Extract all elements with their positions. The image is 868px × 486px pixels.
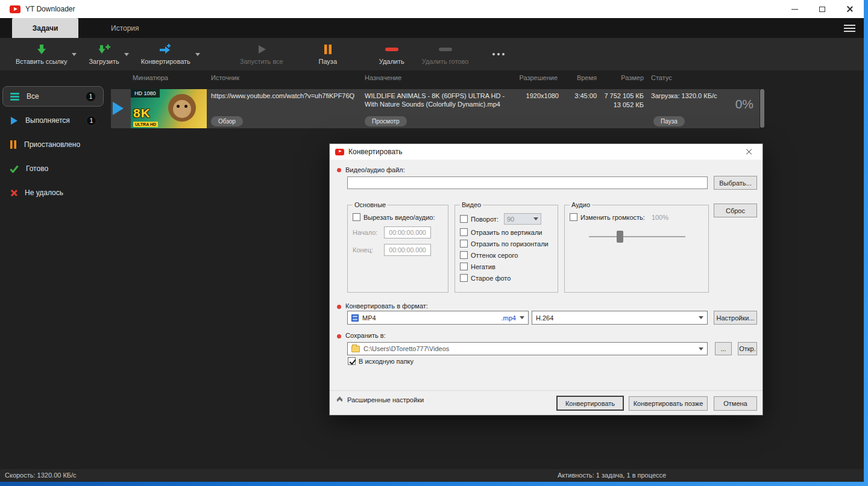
volume-checkbox[interactable]: [570, 213, 577, 221]
group-audio: Аудио Изменить громкость: 100%: [564, 201, 709, 293]
delete-button[interactable]: Удалить: [374, 43, 410, 65]
settings-button[interactable]: Настройки...: [714, 311, 757, 325]
checkbox-checked-icon: [348, 357, 356, 365]
reset-button[interactable]: Сброс: [714, 204, 757, 217]
open-folder-button[interactable]: Откр.: [738, 342, 757, 355]
dialog-title-bar[interactable]: Конвертировать: [330, 144, 763, 160]
convert-button[interactable]: Конвертировать: [137, 43, 194, 65]
same-folder-checkbox[interactable]: В исходную папку: [348, 357, 414, 365]
row-play-icon[interactable]: [113, 102, 124, 115]
rotate-row: Поворот: 90: [460, 213, 553, 225]
format-select[interactable]: MP4 .mp4: [347, 311, 529, 325]
more-icon[interactable]: [492, 53, 505, 55]
8k-label: 8K: [133, 106, 151, 120]
rotate-label: Поворот:: [471, 216, 498, 223]
sidebar-item-paused[interactable]: Приостановлено: [2, 134, 104, 155]
paste-link-dropdown-icon[interactable]: [72, 53, 77, 56]
list-icon: [10, 93, 19, 101]
save-path-select[interactable]: C:\Users\DToretto777\Videos: [347, 342, 708, 355]
folder-icon: [351, 346, 360, 352]
format-label: Конвертировать в формат:: [345, 302, 428, 310]
end-label: Конец:: [353, 246, 384, 254]
codec-select[interactable]: H.264: [532, 311, 708, 325]
resolution-value: 1920x1080: [505, 92, 559, 99]
browse-source-button[interactable]: Обзор: [211, 116, 243, 126]
column-header: Время: [561, 74, 597, 81]
title-bar: YT Downloader: [0, 0, 864, 18]
cancel-button[interactable]: Отмена: [714, 396, 757, 411]
save-label: Сохранить в:: [345, 332, 386, 339]
required-dot-icon: [337, 334, 341, 338]
cut-checkbox[interactable]: Вырезать видео/аудио:: [353, 213, 443, 221]
activity-status: Активность: 1 задача, 1 в процессе: [558, 472, 666, 479]
pause-button[interactable]: Пауза: [310, 43, 346, 65]
sidebar-item-done[interactable]: Готово: [2, 158, 104, 179]
grayscale-checkbox[interactable]: Оттенок серого: [460, 251, 553, 259]
minimize-button[interactable]: [781, 0, 808, 18]
file-input[interactable]: [347, 176, 708, 189]
tab-strip: Задачи История: [0, 18, 864, 38]
close-icon: [846, 5, 854, 13]
convert-dropdown-icon[interactable]: [195, 53, 200, 56]
group-main: Основные Вырезать видео/аудио: Начало: К…: [347, 201, 448, 293]
scrollbar[interactable]: [760, 89, 764, 128]
start-time-input[interactable]: [384, 226, 431, 238]
old-photo-checkbox[interactable]: Старое фото: [460, 274, 553, 282]
choose-file-button[interactable]: Выбрать...: [714, 176, 757, 190]
convert-dialog: Конвертировать Видео/аудио файл: Выбрать…: [329, 143, 763, 416]
flip-vertical-checkbox[interactable]: Отразить по вертикали: [460, 228, 553, 236]
preview-button[interactable]: Просмотр: [365, 116, 407, 126]
video-thumbnail[interactable]: HD 1080 8K ULTRA HD: [131, 89, 207, 128]
column-header: Назначение: [365, 74, 401, 81]
column-header: Статус: [651, 74, 672, 81]
dialog-title: Конвертировать: [348, 148, 403, 156]
volume-label: Изменить громкость:: [580, 214, 645, 221]
rotate-checkbox[interactable]: [460, 215, 468, 223]
checkbox-icon: [460, 274, 468, 282]
volume-slider[interactable]: [589, 231, 685, 243]
maximize-icon: [819, 7, 825, 12]
column-header: Миниатюра: [133, 74, 168, 81]
quality-label: HD 1080: [131, 89, 160, 98]
advanced-settings-toggle[interactable]: Расширенные настройки: [338, 396, 424, 403]
download-button[interactable]: Загрузить: [85, 43, 122, 65]
convert-confirm-button[interactable]: Конвертировать: [556, 396, 624, 411]
slider-handle[interactable]: [617, 231, 623, 243]
download-dropdown-icon[interactable]: [124, 53, 129, 56]
row-pause-button[interactable]: Пауза: [653, 116, 685, 126]
play-icon: [10, 116, 18, 125]
column-header: Разрешение: [506, 74, 558, 81]
size-downloaded: 13 052 КБ: [591, 101, 644, 108]
convert-later-button[interactable]: Конвертировать позже: [629, 396, 708, 411]
menu-button[interactable]: [844, 25, 855, 32]
column-header: Источник: [211, 74, 239, 81]
negative-checkbox[interactable]: Негатив: [460, 263, 553, 270]
chevron-down-icon: [520, 316, 524, 319]
source-url: https://www.youtube.com/watch?v=uh7fiKPF…: [211, 92, 354, 99]
progress-percent: 0%: [714, 97, 753, 111]
convert-icon: [159, 43, 173, 55]
group-video: Видео Поворот: 90 Отразить по вертикали …: [454, 201, 558, 293]
sidebar-item-all[interactable]: Все 1: [2, 86, 104, 107]
flip-horizontal-checkbox[interactable]: Отразить по горизонтали: [460, 240, 553, 248]
browse-folder-button[interactable]: ...: [715, 342, 732, 355]
dialog-close-button[interactable]: [741, 144, 757, 160]
size-total: 7 752 105 КБ: [591, 92, 644, 99]
tab-tasks[interactable]: Задачи: [12, 18, 78, 38]
checkbox-icon: [460, 263, 468, 270]
sidebar: Все 1 Выполняется 1 Приостановлено Готов…: [0, 70, 110, 469]
minimize-icon: [791, 9, 798, 10]
delete-icon: [385, 43, 398, 55]
count-badge: 1: [86, 92, 96, 102]
dialog-logo-icon: [335, 149, 344, 155]
table-row[interactable]: HD 1080 8K ULTRA HD https://www.youtube.…: [111, 89, 760, 128]
sidebar-item-failed[interactable]: Не удалось: [2, 182, 104, 203]
group-audio-title: Аудио: [570, 201, 592, 208]
paste-link-button[interactable]: Вставить ссылку: [12, 43, 71, 65]
end-time-input[interactable]: [384, 244, 431, 256]
destination-file: WILDLIFE ANIMALS - 8K (60FPS) ULTRA HD -…: [365, 92, 519, 108]
close-button[interactable]: [836, 0, 864, 18]
sidebar-item-running[interactable]: Выполняется 1: [2, 110, 104, 131]
maximize-button[interactable]: [808, 0, 836, 18]
tab-history[interactable]: История: [95, 18, 155, 38]
